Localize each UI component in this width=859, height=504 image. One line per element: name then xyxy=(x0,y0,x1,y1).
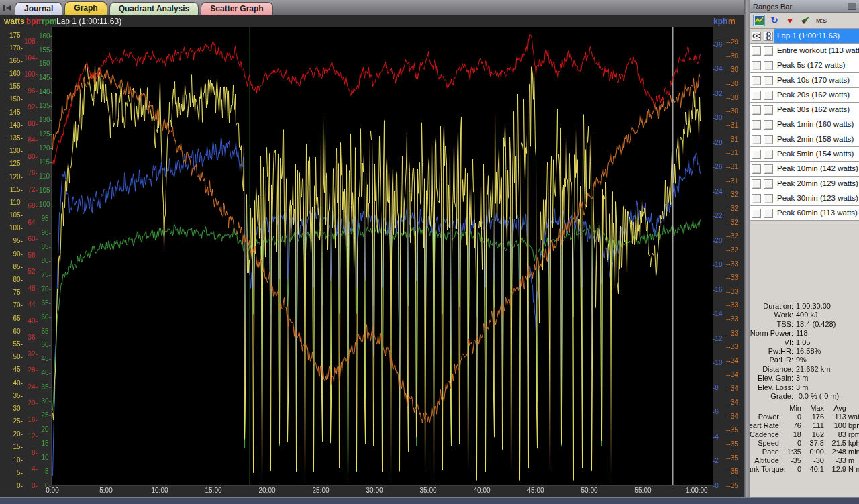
bpm-tick-label: 8- xyxy=(24,448,38,456)
eye-icon[interactable] xyxy=(752,120,761,130)
range-zoom-cell[interactable] xyxy=(762,191,774,205)
range-zoom-cell[interactable] xyxy=(762,132,774,146)
range-visible-cell[interactable] xyxy=(750,29,762,43)
range-row[interactable]: Peak 1min (160 watts) xyxy=(750,117,859,132)
range-zoom-cell[interactable] xyxy=(762,177,774,191)
range-row[interactable]: Entire workout (113 watts) xyxy=(750,44,859,58)
heart-icon[interactable]: ♥ xyxy=(784,15,796,26)
range-row[interactable]: Peak 20min (129 watts) xyxy=(750,177,859,191)
range-row[interactable]: Peak 10min (142 watts) xyxy=(750,162,859,177)
range-label[interactable]: Peak 20s (162 watts) xyxy=(774,88,859,102)
eye-icon[interactable] xyxy=(752,105,761,115)
eye-icon[interactable] xyxy=(752,150,761,159)
range-label[interactable]: Peak 5s (172 watts) xyxy=(774,58,859,72)
range-label[interactable]: Peak 30min (123 watts) xyxy=(774,191,859,205)
link-icon[interactable] xyxy=(764,179,773,189)
range-visible-cell[interactable] xyxy=(750,206,762,220)
range-row[interactable]: Peak 60min (113 watts) xyxy=(750,206,859,221)
panel-splitter[interactable] xyxy=(744,0,750,504)
range-visible-cell[interactable] xyxy=(750,147,762,161)
eye-icon[interactable] xyxy=(752,135,761,144)
eye-icon[interactable] xyxy=(752,179,761,189)
link-icon[interactable] xyxy=(764,194,773,203)
watts-tick-label: 125- xyxy=(1,160,23,167)
eye-icon[interactable] xyxy=(752,209,761,218)
tab-graph[interactable]: Graph xyxy=(64,1,107,15)
link-icon[interactable] xyxy=(764,105,773,115)
link-icon[interactable] xyxy=(764,135,773,144)
eye-icon[interactable] xyxy=(752,164,761,174)
range-label[interactable]: Peak 1min (160 watts) xyxy=(774,117,859,132)
range-label[interactable]: Peak 10min (142 watts) xyxy=(774,162,859,176)
range-zoom-cell[interactable] xyxy=(762,73,774,87)
go-to-start-icon[interactable] xyxy=(1,3,13,13)
range-label[interactable]: Peak 30s (162 watts) xyxy=(774,103,859,117)
workout-graph-canvas[interactable] xyxy=(0,15,744,489)
stat-label: Pw:HR: xyxy=(750,347,793,356)
range-visible-cell[interactable] xyxy=(750,132,762,146)
range-row[interactable]: Peak 30min (123 watts) xyxy=(750,191,859,206)
range-visible-cell[interactable] xyxy=(750,117,762,132)
eye-icon[interactable] xyxy=(752,46,761,56)
graph-mode-icon[interactable] xyxy=(753,15,765,26)
eye-icon[interactable] xyxy=(752,194,761,203)
ranges-bar-title-label: Ranges Bar xyxy=(753,3,792,11)
bpm-tick-label: 76- xyxy=(24,169,38,177)
range-visible-cell[interactable] xyxy=(750,88,762,102)
range-label[interactable]: Lap 1 (1:00:11.63) xyxy=(774,29,859,43)
link-icon[interactable] xyxy=(764,46,773,56)
eye-icon[interactable] xyxy=(752,61,761,70)
link-icon[interactable] xyxy=(764,164,773,174)
tab-scatter-graph[interactable]: Scatter Graph xyxy=(201,2,272,15)
ranges-bar-title: Ranges Bar xyxy=(750,0,859,13)
range-visible-cell[interactable] xyxy=(750,73,762,87)
eye-icon[interactable] xyxy=(752,91,761,100)
range-visible-cell[interactable] xyxy=(750,177,762,191)
eye-icon[interactable] xyxy=(752,32,761,41)
range-zoom-cell[interactable] xyxy=(762,88,774,102)
link-icon[interactable] xyxy=(764,120,773,130)
link-icon[interactable] xyxy=(764,61,773,70)
range-zoom-cell[interactable] xyxy=(762,103,774,117)
range-visible-cell[interactable] xyxy=(750,191,762,205)
link-icon[interactable] xyxy=(764,91,773,100)
range-row[interactable]: Peak 10s (170 watts) xyxy=(750,73,859,88)
range-label[interactable]: Peak 60min (113 watts) xyxy=(774,206,859,220)
range-zoom-cell[interactable] xyxy=(762,162,774,176)
range-row[interactable]: Peak 5s (172 watts) xyxy=(750,58,859,73)
rpm-tick-label: 100- xyxy=(39,200,51,207)
link-icon[interactable] xyxy=(764,76,773,85)
panel-menu-icon[interactable] xyxy=(848,3,856,10)
range-row[interactable]: Peak 5min (154 watts) xyxy=(750,147,859,162)
range-zoom-cell[interactable] xyxy=(762,58,774,72)
refresh-icon[interactable]: ↻ xyxy=(768,15,780,26)
range-visible-cell[interactable] xyxy=(750,44,762,58)
range-row[interactable]: Peak 2min (158 watts) xyxy=(750,132,859,147)
range-label[interactable]: Peak 20min (129 watts) xyxy=(774,177,859,191)
tab-journal[interactable]: Journal xyxy=(15,2,62,15)
range-visible-cell[interactable] xyxy=(750,162,762,176)
link-icon[interactable] xyxy=(764,150,773,159)
speed-icon[interactable] xyxy=(799,15,811,26)
range-visible-cell[interactable] xyxy=(750,58,762,72)
bpm-tick-label: 0- xyxy=(24,482,38,489)
tab-quadrant-analysis[interactable]: Quadrant Analysis xyxy=(109,2,199,15)
range-row[interactable]: Lap 1 (1:00:11.63) xyxy=(750,29,859,44)
range-zoom-cell[interactable] xyxy=(762,147,774,161)
m-tick-label: --33 xyxy=(726,274,744,281)
range-zoom-cell[interactable] xyxy=(762,44,774,58)
range-label[interactable]: Peak 5min (154 watts) xyxy=(774,147,859,161)
range-label[interactable]: Entire workout (113 watts) xyxy=(774,44,859,58)
range-visible-cell[interactable] xyxy=(750,103,762,117)
range-row[interactable]: Peak 30s (162 watts) xyxy=(750,103,859,117)
link-icon[interactable] xyxy=(764,32,773,41)
range-label[interactable]: Peak 2min (158 watts) xyxy=(774,132,859,146)
range-zoom-cell[interactable] xyxy=(762,29,774,43)
range-label[interactable]: Peak 10s (170 watts) xyxy=(774,73,859,87)
range-zoom-cell[interactable] xyxy=(762,117,774,132)
eye-icon[interactable] xyxy=(752,76,761,85)
stat-label: VI: xyxy=(750,338,793,347)
link-icon[interactable] xyxy=(764,209,773,218)
range-row[interactable]: Peak 20s (162 watts) xyxy=(750,88,859,103)
range-zoom-cell[interactable] xyxy=(762,206,774,220)
